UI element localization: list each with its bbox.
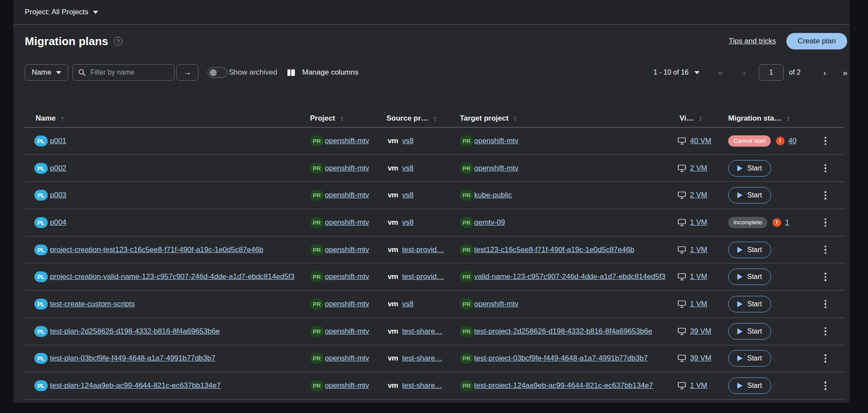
target-project-link[interactable]: kube-public [474,191,512,200]
start-button-label: Start [747,354,762,362]
first-page-button[interactable]: « [718,69,723,77]
manage-columns-button[interactable]: Manage columns [287,68,358,77]
project-link[interactable]: openshift-mtv [325,218,369,227]
column-header-source-provider[interactable]: Source pr… ↕ [386,114,437,123]
kebab-menu-button[interactable] [822,381,829,390]
pagination-menu[interactable]: 1 - 10 of 16 [653,69,700,76]
project-link[interactable]: openshift-mtv [325,381,369,390]
plan-name-link[interactable]: test-plan-03bcf9fe-f449-4648-a1a7-4991b7… [50,354,215,363]
start-button[interactable]: Start [728,323,771,340]
project-link[interactable]: openshift-mtv [325,164,369,173]
vm-count-link[interactable]: 2 VM [690,191,707,200]
filter-attribute-dropdown[interactable]: Name [25,64,68,81]
target-project-link[interactable]: test-project-2d258626-d198-4332-b816-8f4… [474,327,652,336]
column-header-migration-status[interactable]: Migration sta… ↕ [728,114,790,123]
start-button[interactable]: Start [728,350,771,367]
plan-name-link[interactable]: p001 [50,137,66,145]
create-plan-button[interactable]: Create plan [786,33,847,49]
help-icon[interactable]: ? [114,37,122,46]
project-selector[interactable]: Project: All Projects [25,8,98,16]
project-link[interactable]: openshift-mtv [325,354,369,363]
plan-name-link[interactable]: test-plan-2d258626-d198-4332-b816-8f4a69… [50,327,220,336]
kebab-menu-button[interactable] [822,218,829,227]
project-badge: PR [460,272,473,282]
start-button-label: Start [747,246,762,254]
vm-count-link[interactable]: 2 VM [690,164,707,173]
source-provider-link[interactable]: test-share… [402,354,442,363]
source-provider-link[interactable]: vs8 [402,191,413,200]
project-link[interactable]: openshift-mtv [325,246,369,254]
target-project-link[interactable]: qemtv-09 [474,218,505,227]
vm-count-link[interactable]: 1 VM [690,272,707,281]
source-provider-link[interactable]: test-provid… [402,272,444,281]
start-button[interactable]: Start [728,187,771,203]
play-icon [737,274,743,280]
error-count-link[interactable]: 40 [789,137,797,145]
start-button[interactable]: Start [728,160,771,177]
source-provider-link[interactable]: vs8 [402,300,413,308]
target-project-link[interactable]: test-project-03bcf9fe-f449-4648-a1a7-499… [474,354,648,363]
apply-filter-button[interactable]: → [176,64,198,81]
target-project-link[interactable]: openshift-mtv [474,164,518,173]
error-count-link[interactable]: 1 [785,218,789,227]
plan-name-link[interactable]: project-creation-valid-name-123-c957c907… [50,272,294,281]
virtual-machine-icon [678,355,686,362]
column-header-target-project[interactable]: Target project ↕ [460,114,517,123]
table-body: PL p001 PR openshift-mtv vm vs8 PR opens… [25,128,844,400]
kebab-menu-button[interactable] [822,327,829,336]
project-link[interactable]: openshift-mtv [325,137,369,145]
target-project-link[interactable]: test123-c16c5ee8-f71f-490f-a19c-1e0d5c87… [474,246,634,254]
plan-name-link[interactable]: test-create-custom-scripts [50,300,135,308]
source-provider-link[interactable]: vs8 [402,218,413,227]
vm-count-link[interactable]: 39 VM [690,354,711,363]
kebab-menu-button[interactable] [822,137,829,145]
project-link[interactable]: openshift-mtv [325,327,369,336]
migration-status-cell: Start [728,296,771,312]
kebab-menu-button[interactable] [822,164,829,173]
column-header-virtual-machines[interactable]: Vi… ↕ [680,114,702,123]
plan-name-link[interactable]: test-plan-124aa9eb-ac99-4644-821c-ec637b… [50,381,221,390]
source-provider-link[interactable]: test-share… [402,381,442,390]
previous-page-button[interactable]: ‹ [743,69,746,77]
project-link[interactable]: openshift-mtv [325,300,369,308]
source-provider-link[interactable]: test-provid… [402,246,444,254]
current-page-input[interactable] [759,64,784,81]
start-button[interactable]: Start [728,242,771,258]
plan-name-link[interactable]: p002 [50,164,66,173]
plan-name-link[interactable]: project-creation-test123-c16c5ee8-f71f-4… [50,246,263,254]
kebab-menu-button[interactable] [822,191,829,200]
kebab-menu-button[interactable] [822,273,829,282]
target-project-link[interactable]: test-project-124aa9eb-ac99-4644-821c-ec6… [474,381,653,390]
kebab-menu-button[interactable] [822,300,829,308]
kebab-menu-button[interactable] [822,354,829,363]
vm-count-link[interactable]: 40 VM [690,137,711,145]
column-header-name[interactable]: Name ↑ [36,114,64,123]
kebab-menu-button[interactable] [822,246,829,254]
vm-count-link[interactable]: 1 VM [690,381,707,390]
last-page-button[interactable]: » [843,69,848,77]
tips-and-tricks-link[interactable]: Tips and tricks [729,37,776,46]
target-project-link[interactable]: openshift-mtv [474,300,518,308]
show-archived-toggle[interactable] [208,67,228,78]
plan-name-link[interactable]: p004 [50,218,66,227]
next-page-button[interactable]: › [823,69,826,77]
virtual-machine-icon [678,192,686,199]
start-button[interactable]: Start [728,377,771,394]
vm-count-link[interactable]: 1 VM [690,218,707,227]
start-button[interactable]: Start [728,296,771,312]
project-link[interactable]: openshift-mtv [325,191,369,200]
plan-name-link[interactable]: p003 [50,191,66,200]
source-provider-link[interactable]: test-share… [402,327,442,336]
vm-count-link[interactable]: 39 VM [690,327,711,336]
vm-count-link[interactable]: 1 VM [690,246,707,254]
target-project-link[interactable]: openshift-mtv [474,137,518,145]
filter-input[interactable] [73,64,175,81]
source-provider-link[interactable]: vs8 [402,137,413,145]
project-link[interactable]: openshift-mtv [325,272,369,281]
source-provider-link[interactable]: vs8 [402,164,413,173]
start-button[interactable]: Start [728,269,771,285]
vm-count-link[interactable]: 1 VM [690,300,707,308]
column-header-project[interactable]: Project ↕ [310,114,343,123]
table-row: PL p001 PR openshift-mtv vm vs8 PR opens… [25,128,844,155]
target-project-link[interactable]: valid-name-123-c957c907-246d-4dde-a1d7-e… [474,272,665,281]
